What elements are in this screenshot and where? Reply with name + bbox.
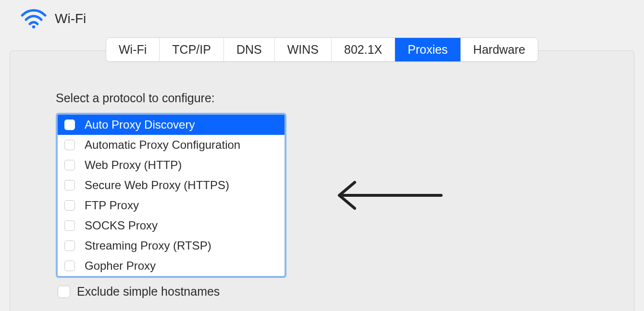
tab-label: DNS bbox=[236, 43, 262, 56]
protocol-item-auto-discovery[interactable]: Auto Proxy Discovery bbox=[58, 115, 285, 135]
protocol-label: FTP Proxy bbox=[85, 199, 139, 212]
protocol-checkbox[interactable] bbox=[64, 140, 75, 150]
protocol-label: Auto Proxy Discovery bbox=[85, 118, 195, 132]
protocol-checkbox[interactable] bbox=[64, 180, 75, 191]
tab-wifi[interactable]: Wi-Fi bbox=[106, 38, 160, 61]
tab-bar: Wi-Fi TCP/IP DNS WINS 802.1X Proxies Har… bbox=[0, 37, 644, 63]
svg-point-0 bbox=[32, 25, 35, 28]
tab-label: Hardware bbox=[473, 43, 525, 56]
protocol-item-rtsp[interactable]: Streaming Proxy (RTSP) bbox=[58, 236, 285, 256]
protocol-item-https[interactable]: Secure Web Proxy (HTTPS) bbox=[58, 175, 285, 195]
content-area: Select a protocol to configure: Auto Pro… bbox=[10, 72, 634, 311]
tab-label: Proxies bbox=[408, 43, 447, 56]
protocol-checkbox[interactable] bbox=[64, 120, 75, 130]
protocol-checkbox[interactable] bbox=[64, 240, 75, 251]
section-label: Select a protocol to configure: bbox=[56, 91, 598, 105]
protocol-label: Web Proxy (HTTP) bbox=[85, 158, 182, 172]
header-title: Wi-Fi bbox=[55, 11, 86, 26]
tab-wins[interactable]: WINS bbox=[275, 38, 332, 61]
tab-tcpip[interactable]: TCP/IP bbox=[160, 38, 224, 61]
network-preferences-window: Wi-Fi Wi-Fi TCP/IP DNS WINS 802.1X Proxi… bbox=[0, 0, 644, 311]
tabs: Wi-Fi TCP/IP DNS WINS 802.1X Proxies Har… bbox=[106, 37, 538, 62]
protocol-item-auto-config[interactable]: Automatic Proxy Configuration bbox=[58, 135, 285, 155]
tab-label: TCP/IP bbox=[172, 43, 211, 56]
protocol-label: SOCKS Proxy bbox=[85, 219, 158, 232]
tab-dns[interactable]: DNS bbox=[224, 38, 275, 61]
tab-8021x[interactable]: 802.1X bbox=[332, 38, 395, 61]
annotation-arrow-icon bbox=[331, 179, 446, 214]
exclude-hostnames-row[interactable]: Exclude simple hostnames bbox=[58, 285, 598, 299]
protocol-label: Gopher Proxy bbox=[85, 259, 156, 273]
wifi-icon bbox=[19, 9, 48, 29]
protocol-checkbox[interactable] bbox=[64, 160, 75, 170]
tab-label: Wi-Fi bbox=[119, 43, 147, 56]
exclude-checkbox[interactable] bbox=[58, 286, 70, 298]
protocol-item-ftp[interactable]: FTP Proxy bbox=[58, 195, 285, 215]
protocol-checkbox[interactable] bbox=[64, 220, 75, 231]
protocol-label: Automatic Proxy Configuration bbox=[85, 138, 240, 152]
tab-label: 802.1X bbox=[344, 43, 382, 56]
tab-label: WINS bbox=[287, 43, 319, 56]
protocol-label: Streaming Proxy (RTSP) bbox=[85, 239, 211, 252]
tab-proxies[interactable]: Proxies bbox=[395, 38, 460, 61]
header: Wi-Fi bbox=[0, 0, 644, 37]
protocol-item-http[interactable]: Web Proxy (HTTP) bbox=[58, 155, 285, 175]
protocol-checkbox[interactable] bbox=[64, 261, 75, 271]
exclude-label: Exclude simple hostnames bbox=[77, 285, 220, 299]
protocol-checkbox[interactable] bbox=[64, 200, 75, 211]
protocol-item-gopher[interactable]: Gopher Proxy bbox=[58, 256, 285, 276]
tab-hardware[interactable]: Hardware bbox=[461, 38, 538, 61]
protocol-label: Secure Web Proxy (HTTPS) bbox=[85, 179, 229, 192]
protocol-listbox[interactable]: Auto Proxy Discovery Automatic Proxy Con… bbox=[56, 113, 286, 278]
protocol-item-socks[interactable]: SOCKS Proxy bbox=[58, 215, 285, 236]
